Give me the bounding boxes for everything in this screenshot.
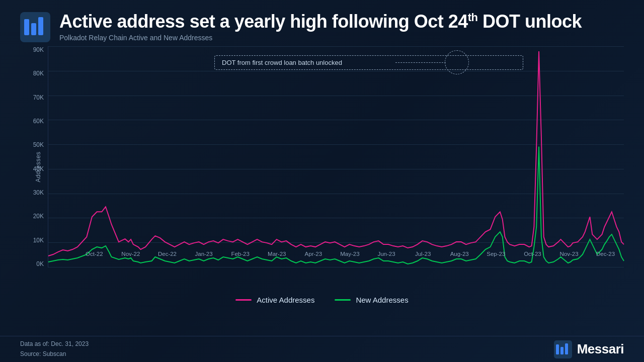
y-tick-20k: 20K <box>33 213 44 220</box>
grid-line-0k <box>48 267 624 267</box>
legend-active-addresses: Active Addresses <box>235 296 314 304</box>
legend-active-line <box>235 299 252 301</box>
x-tick-feb23: Feb-23 <box>222 251 259 257</box>
svg-rect-6 <box>560 347 564 354</box>
x-tick-jan23: Jan-23 <box>186 251 222 257</box>
x-tick-oct23: Oct-23 <box>514 251 551 257</box>
y-tick-10k: 10K <box>33 237 44 244</box>
y-tick-70k: 70K <box>33 94 44 101</box>
legend-new-addresses: New Addresses <box>335 296 408 304</box>
source: Source: Subscan <box>20 349 89 359</box>
annotation-circle <box>445 50 469 74</box>
x-tick-may23: May-23 <box>332 251 368 257</box>
chart-area: Addresses 90K 80K 70K 60K 50K 40K 30K 20… <box>20 46 624 288</box>
svg-rect-7 <box>565 343 568 354</box>
messari-brand-name: Messari <box>577 341 624 357</box>
y-tick-40k: 40K <box>33 165 44 172</box>
page-title: Active address set a yearly high followi… <box>59 11 624 32</box>
header-text: Active address set a yearly high followi… <box>59 11 624 42</box>
x-tick-apr23: Apr-23 <box>295 251 332 257</box>
messari-logo-header <box>20 12 50 42</box>
y-tick-90k: 90K <box>33 46 44 53</box>
footer-brand: Messari <box>554 340 624 358</box>
header: Active address set a yearly high followi… <box>0 0 644 46</box>
footer: Data as of: Dec. 31, 2023 Source: Subsca… <box>0 336 644 362</box>
y-tick-60k: 60K <box>33 118 44 125</box>
chart-subtitle: Polkadot Relay Chain Active and New Addr… <box>59 34 624 42</box>
svg-rect-3 <box>38 17 43 35</box>
x-tick-jul23: Jul-23 <box>405 251 441 257</box>
svg-rect-5 <box>556 344 559 354</box>
messari-logo-footer <box>554 340 572 358</box>
x-tick-sep23: Sep-23 <box>478 251 515 257</box>
y-tick-0k: 0K <box>36 260 44 267</box>
legend-active-label: Active Addresses <box>257 296 314 304</box>
footer-info: Data as of: Dec. 31, 2023 Source: Subsca… <box>20 339 89 358</box>
x-axis: Oct-22 Nov-22 Dec-22 Jan-23 Feb-23 Mar-2… <box>76 247 624 267</box>
y-tick-30k: 30K <box>33 189 44 196</box>
data-as-of: Data as of: Dec. 31, 2023 <box>20 339 89 349</box>
chart-plot: DOT from first crowd loan batch unlocked… <box>48 46 624 267</box>
x-tick-aug23: Aug-23 <box>441 251 478 257</box>
y-tick-50k: 50K <box>33 141 44 148</box>
svg-rect-2 <box>31 23 36 35</box>
legend-new-line <box>335 299 351 301</box>
active-addresses-line <box>48 51 624 256</box>
legend-new-label: New Addresses <box>356 296 408 304</box>
annotation-box: DOT from first crowd loan batch unlocked <box>214 55 523 70</box>
y-axis: 90K 80K 70K 60K 50K 40K 30K 20K 10K 0K <box>20 46 48 267</box>
x-tick-dec22: Dec-22 <box>149 251 186 257</box>
x-tick-oct22: Oct-22 <box>76 251 113 257</box>
x-tick-mar23: Mar-23 <box>259 251 295 257</box>
chart-legend: Active Addresses New Addresses <box>0 292 644 308</box>
main-container: Active address set a yearly high followi… <box>0 0 644 362</box>
x-tick-dec23: Dec-23 <box>587 251 624 257</box>
annotation-connector <box>395 62 446 63</box>
new-addresses-line <box>48 147 624 264</box>
x-tick-nov23: Nov-23 <box>551 251 588 257</box>
svg-rect-1 <box>24 19 29 35</box>
x-tick-nov22: Nov-22 <box>113 251 149 257</box>
chart-svg <box>48 46 624 267</box>
x-tick-jun23: Jun-23 <box>368 251 405 257</box>
y-tick-80k: 80K <box>33 70 44 77</box>
